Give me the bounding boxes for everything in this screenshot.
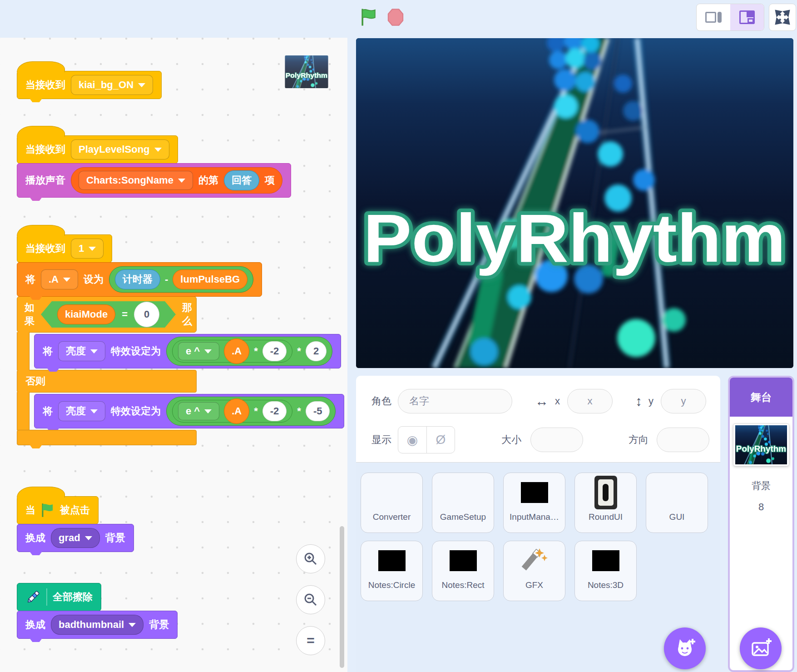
variable-dropdown[interactable]: .A <box>41 269 78 289</box>
item-of-list-reporter[interactable]: Charts:SongName 的第 回答 项 <box>71 167 282 194</box>
fullscreen-button[interactable] <box>769 4 796 31</box>
variable-reporter[interactable]: kiaiMode <box>57 304 115 324</box>
sprite-name-input[interactable] <box>398 389 512 413</box>
if-header[interactable]: 如果 kiaiMode = 0 那么 <box>17 296 197 333</box>
math-op-operator[interactable]: e ^ .A * -2 <box>172 400 292 423</box>
sprite-thumbnail <box>594 476 617 509</box>
math-op-operator[interactable]: e ^ .A * -2 <box>172 340 292 363</box>
number-input[interactable]: 0 <box>134 302 159 327</box>
dropdown-arrow-icon <box>204 409 212 413</box>
broadcast-dropdown[interactable]: kiai_bg_ON <box>71 75 153 95</box>
sprite-card-converter[interactable]: Converter <box>361 473 423 533</box>
sprite-card-notes-circle[interactable]: Notes:Circle <box>361 541 423 601</box>
dropdown-arrow-icon <box>89 247 96 251</box>
stage-viewport[interactable] <box>356 38 793 368</box>
timer-reporter[interactable]: 计时器 <box>115 269 160 289</box>
play-sound-block[interactable]: 播放声音 Charts:SongName 的第 回答 项 <box>17 163 291 198</box>
script-kiai-pulse[interactable]: 当接收到 1 将 .A 设为 计时器 - lumPulseBG 如果 kiaiM… <box>17 224 344 445</box>
code-scrollbar[interactable] <box>340 526 344 668</box>
effect-dropdown[interactable]: 亮度 <box>58 341 105 361</box>
equals-condition[interactable]: kiaiMode = 0 <box>41 301 176 328</box>
zoom-in-icon <box>303 552 318 566</box>
broadcast-dropdown[interactable]: PlayLevelSong <box>71 139 169 159</box>
set-effect-block[interactable]: 将 亮度 特效设定为 e ^ .A * <box>34 334 341 368</box>
code-canvas[interactable]: 当接收到 kiai_bg_ON 当接收到 PlayLevelSong 播放声音 … <box>0 38 347 672</box>
block-label: 当接收到 <box>25 78 65 92</box>
backdrop-dropdown[interactable]: badthumbnail <box>51 615 144 635</box>
erase-all-block[interactable]: 全部擦除 <box>17 583 101 611</box>
dropdown-arrow-icon <box>90 409 98 413</box>
when-receive-block[interactable]: 当接收到 1 <box>17 234 112 263</box>
add-sprite-button[interactable] <box>664 627 706 669</box>
block-label: 当接收到 <box>25 143 65 156</box>
stop-button[interactable] <box>387 9 404 26</box>
switch-backdrop-block[interactable]: 换成 grad 背景 <box>17 524 134 552</box>
if-else-block[interactable]: 如果 kiaiMode = 0 那么 将 亮度 特效设定为 <box>17 296 344 445</box>
math-func-dropdown[interactable]: e ^ <box>178 342 219 360</box>
multiply-operator[interactable]: e ^ .A * -2 * 2 <box>166 337 332 366</box>
number-input[interactable]: 2 <box>306 341 327 361</box>
y-input[interactable] <box>661 389 706 413</box>
sprite-thumbnail <box>521 482 548 503</box>
script-kiai-bg-on[interactable]: 当接收到 kiai_bg_ON <box>17 60 162 99</box>
set-effect-block[interactable]: 将 亮度 特效设定为 e ^ .A * <box>34 394 344 428</box>
multiply-operator[interactable]: e ^ .A * -2 * -5 <box>166 397 336 426</box>
script-erase-all[interactable]: 全部擦除 换成 badthumbnail 背景 <box>17 583 178 639</box>
y-label: y <box>648 395 653 407</box>
add-backdrop-button[interactable] <box>740 627 782 669</box>
broadcast-dropdown[interactable]: 1 <box>71 239 104 259</box>
else-bar[interactable]: 否则 <box>17 370 197 393</box>
hide-button[interactable]: Ø <box>426 427 455 453</box>
set-variable-block[interactable]: 将 .A 设为 计时器 - lumPulseBG <box>17 262 262 297</box>
if-spine <box>17 392 30 430</box>
variable-reporter[interactable]: .A <box>224 338 249 364</box>
sprite-thumbnail <box>592 550 619 571</box>
if-spine <box>17 332 30 370</box>
direction-input[interactable] <box>657 428 709 452</box>
backdrop-dropdown[interactable]: grad <box>51 528 100 548</box>
x-input[interactable] <box>567 389 613 413</box>
stage-selector-header[interactable]: 舞台 <box>730 378 792 417</box>
small-stage-icon <box>705 12 722 23</box>
script-flag-clicked[interactable]: 当 被点击 换成 grad 背景 <box>17 486 134 552</box>
direction-label: 方向 <box>629 433 648 447</box>
if-footer[interactable] <box>17 430 197 445</box>
answer-reporter[interactable]: 回答 <box>224 170 259 190</box>
variable-reporter[interactable]: lumPulseBG <box>173 269 248 289</box>
y-axis-icon: ↕ <box>635 393 642 409</box>
x-label: x <box>555 395 560 407</box>
sprite-card-gfx[interactable]: GFX <box>503 541 565 601</box>
math-func-dropdown[interactable]: e ^ <box>178 402 219 420</box>
list-dropdown[interactable]: Charts:SongName <box>79 171 193 190</box>
sprite-card-inputmanager[interactable]: InputMana… <box>503 473 565 533</box>
show-button[interactable]: ◉ <box>398 427 426 453</box>
small-stage-layout-button[interactable] <box>697 4 730 30</box>
when-flag-clicked-block[interactable]: 当 被点击 <box>17 496 99 524</box>
sprite-card-notes-rect[interactable]: Notes:Rect <box>432 541 494 601</box>
sprite-card-gui[interactable]: GUI <box>646 473 708 533</box>
number-input[interactable]: -5 <box>306 401 330 421</box>
top-bar <box>0 0 797 38</box>
size-input[interactable] <box>530 428 583 452</box>
zoom-in-button[interactable] <box>296 544 325 573</box>
when-receive-block[interactable]: 当接收到 kiai_bg_ON <box>17 71 162 99</box>
show-label: 显示 <box>371 433 391 447</box>
sprite-card-gamesetup[interactable]: GameSetup <box>432 473 494 533</box>
when-receive-block[interactable]: 当接收到 PlayLevelSong <box>17 135 178 164</box>
effect-dropdown[interactable]: 亮度 <box>58 401 105 421</box>
number-input[interactable]: -2 <box>262 401 287 421</box>
subtract-operator[interactable]: 计时器 - lumPulseBG <box>109 266 253 293</box>
zoom-reset-icon: = <box>307 633 315 648</box>
zoom-reset-button[interactable]: = <box>296 626 325 655</box>
switch-backdrop-block[interactable]: 换成 badthumbnail 背景 <box>17 611 178 639</box>
zoom-out-button[interactable] <box>296 585 325 614</box>
sprite-card-roundui[interactable]: RoundUI <box>574 473 637 533</box>
backdrop-thumbnail[interactable] <box>733 424 789 466</box>
default-stage-layout-button[interactable] <box>730 4 764 30</box>
script-play-level-song[interactable]: 当接收到 PlayLevelSong 播放声音 Charts:SongName … <box>17 125 291 198</box>
sprite-card-notes-3d[interactable]: Notes:3D <box>574 541 637 601</box>
add-backdrop-icon <box>749 637 772 660</box>
green-flag-button[interactable] <box>360 8 377 26</box>
number-input[interactable]: -2 <box>262 341 287 361</box>
variable-reporter[interactable]: .A <box>224 398 249 424</box>
